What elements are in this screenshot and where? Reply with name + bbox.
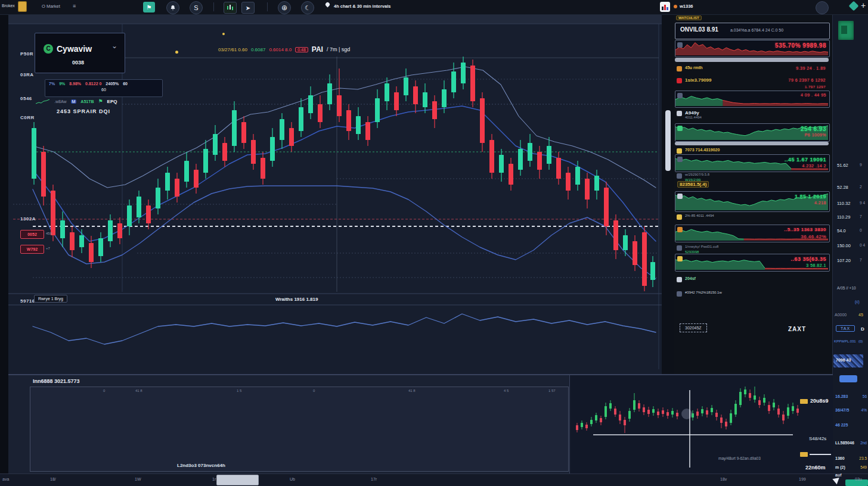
row-icon xyxy=(677,214,682,220)
watchlist-row[interactable]: 535.70% 9989.98 xyxy=(675,40,830,57)
watchlist-row[interactable]: ..45 1.67 190914.232 .14 2 xyxy=(675,154,830,172)
left-edge-strip xyxy=(0,14,8,486)
diamond-icon[interactable] xyxy=(849,1,859,11)
green-tile-icon[interactable] xyxy=(838,21,854,40)
watchlist-row[interactable]: 823581.5(.4) xyxy=(675,180,829,189)
price-axis-label: P50R xyxy=(20,51,33,57)
legend-item-b: A51TB xyxy=(80,99,94,104)
watchlist-row[interactable]: ..63 35(63.353 58.82.1 xyxy=(675,254,830,272)
row-icon xyxy=(677,245,682,251)
time-axis-label: 1W xyxy=(135,477,141,481)
price-alert-tag: +7 xyxy=(46,247,50,250)
legend-badge-m: M xyxy=(71,99,77,104)
flag-icon: ⚑ xyxy=(98,98,103,104)
main-chart-region[interactable]: P50R03RA0546C0RR1302A59716 0052450W792+7… xyxy=(8,14,662,374)
sidebar-gap xyxy=(662,14,674,374)
watchlist-header[interactable]: ONVIL03 8.91 a.034%a.a 6784.4 24 C.0 50 xyxy=(675,23,830,39)
tax-button[interactable]: TAX xyxy=(836,325,855,332)
status-dot xyxy=(674,5,677,8)
time-axis-label: 17r xyxy=(371,477,377,481)
price-alert-badge[interactable]: 0052 xyxy=(20,230,44,239)
watchlist-row[interactable]: 204sf xyxy=(675,275,829,284)
watchlist-row[interactable]: 1.85 1 20194.218 xyxy=(675,191,830,212)
mini-badge-bottom xyxy=(800,452,808,457)
pin-icon[interactable] xyxy=(325,2,331,8)
symbol-logo-icon: C xyxy=(44,44,53,54)
watchlist-row[interactable]: 1/mwyky/ Pwd31.co85293998 xyxy=(675,244,829,253)
brand-logo-icon[interactable] xyxy=(18,1,27,12)
timeframe-label[interactable]: / 7m | sgd xyxy=(327,46,350,52)
row-label: w/292907/9.5.8 xyxy=(685,173,709,176)
info-cell: 60 xyxy=(123,82,128,86)
market-menu-label[interactable]: O Market xyxy=(42,4,60,9)
row-label: 204sf xyxy=(685,276,696,281)
row-label: 1/mwyky/ Pwd31.co8 xyxy=(685,245,718,248)
settings-icon[interactable]: S xyxy=(190,1,203,14)
tax-side: D xyxy=(861,326,864,332)
watchlist-row[interactable]: 45u rmth9.39 24 . 1.89 xyxy=(675,64,829,75)
chevron-down-icon[interactable]: ⌄ xyxy=(111,42,117,50)
row-label: 7073 714.4319020 xyxy=(685,148,720,152)
mini-chart-icon[interactable] xyxy=(224,2,237,14)
symbol-dropdown[interactable]: C Cywaviw ⌄ 0038 xyxy=(35,33,125,73)
row-value: ..5..35 1363 3830 xyxy=(784,227,826,232)
watchlist-row[interactable]: ..5..35 1363 383036.46.42% xyxy=(675,225,830,242)
thumbnail-text: 7096 43 xyxy=(836,358,851,362)
chat-icon[interactable]: ⚑ xyxy=(143,2,155,13)
watchlist-row[interactable]: 7073 714.4319020 xyxy=(675,147,829,153)
gray-label: A0000 xyxy=(835,313,847,317)
time-scrollbar-thumb[interactable] xyxy=(216,475,259,485)
row-label: #3942 7%2%18150.1w xyxy=(685,291,722,294)
time-axis-label: ava xyxy=(2,477,9,481)
watchlist-row[interactable]: 1six3.7909979 6 2397 6 12921.797 1297 xyxy=(675,76,829,89)
note-1: A/05 // +10 xyxy=(837,286,856,290)
send-arrow-icon[interactable]: ➤ xyxy=(241,2,255,14)
blue-button[interactable] xyxy=(839,375,857,382)
watchlist-row[interactable]: A949y4011.4494 xyxy=(675,109,829,119)
subpanel-center-label: Wraiths 1916 1.819 xyxy=(275,297,318,302)
indicator-legend[interactable]: .w8Aw M A51TB ⚑ EPQ xyxy=(36,98,117,104)
globe-icon[interactable]: ⊕ xyxy=(278,1,291,14)
row-icon xyxy=(677,256,683,261)
indicator-panel[interactable]: Inn6888 3021.5773 041 81 5041 84 51 57 L… xyxy=(8,374,569,473)
toolbar-divider xyxy=(213,2,214,11)
blue-link[interactable]: KPPWPL.031 xyxy=(834,339,856,343)
watchlist-row[interactable]: w/292907/9.5.8W15(2)99 xyxy=(675,172,829,180)
marker-dot xyxy=(175,51,178,54)
row-value: 36.46.42% xyxy=(801,234,826,239)
watchlist-row[interactable]: 2%-85 4011 .4494 xyxy=(675,213,829,221)
watchlist-row[interactable]: 254 6.93P6 1009% xyxy=(675,123,830,142)
row-value: 535.70% 9989.98 xyxy=(775,42,826,49)
order-id-box[interactable]: 302045Z xyxy=(680,323,707,332)
time-axis-label: 18v xyxy=(720,477,727,481)
pair-label: PAI xyxy=(312,45,323,54)
session-label: w1336 xyxy=(680,4,693,9)
add-button[interactable]: + xyxy=(861,1,866,10)
watchlist-row[interactable]: 4 09 . 44 95 xyxy=(675,91,830,108)
note-2[interactable]: (c) xyxy=(855,300,860,304)
mini-label-bottom: 22n60m xyxy=(805,465,826,471)
mini-chart-panel[interactable]: 20u8s9 S48/42s 22n60m may/48urt 9-62an.d… xyxy=(569,374,832,473)
moon-icon[interactable]: ☾ xyxy=(301,1,314,14)
watchlist-row[interactable]: #3942 7%2%18150.1w xyxy=(675,289,829,298)
watchlist-header-meta: a.034%a.a 6784.4 24 C.0 50 xyxy=(730,28,783,32)
highlight-chip: 823581.5(.4) xyxy=(677,181,709,188)
row-value: ..45 1.67 19091 xyxy=(785,157,826,163)
bell-icon[interactable] xyxy=(166,1,179,14)
subpanel-label-box[interactable]: Rwrye 1 Bryg xyxy=(34,295,67,303)
row-value: 4 09 . 44 95 xyxy=(801,93,826,97)
row-icon xyxy=(677,93,683,98)
avatar[interactable] xyxy=(816,1,829,14)
time-axis[interactable]: ava18/1W1rUb17r18v19903u xyxy=(0,473,868,486)
info-cell: 2405% xyxy=(106,82,119,86)
app-logo-icon[interactable] xyxy=(660,2,670,12)
row-icon xyxy=(677,157,683,162)
price-axis-label: 03RA xyxy=(20,72,33,77)
thumbnail-tile[interactable]: 7096 43 xyxy=(833,354,863,367)
price-alert-badge[interactable]: W792 xyxy=(20,245,44,254)
chart-scrollbar-thumb[interactable] xyxy=(665,110,671,171)
list-separator-bar xyxy=(675,142,829,145)
menu-icon[interactable]: ≡ xyxy=(73,3,76,9)
time-axis-label: 1r xyxy=(212,477,216,481)
ohlc-date: 03/27/61 0.60 xyxy=(218,47,247,52)
